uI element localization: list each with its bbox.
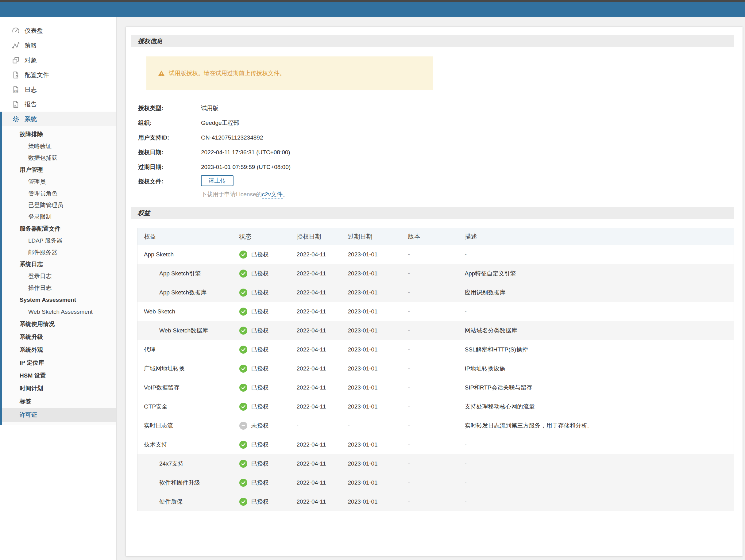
sidebar-subitem-13[interactable]: 操作日志: [2, 282, 116, 294]
status-cell: 已授权: [239, 283, 297, 302]
sidebar-subitem-7[interactable]: 登录限制: [2, 211, 116, 223]
entitlement-name: 代理: [137, 340, 239, 359]
sidebar-subitem-0: 故障排除: [2, 128, 116, 140]
check-circle-icon: [239, 327, 247, 335]
sidebar-item-label: 报告: [25, 100, 37, 109]
sidebar-item-system[interactable]: 系统: [2, 112, 116, 126]
table-row-13: 硬件质保已授权2022-04-112023-01-01--: [137, 492, 734, 511]
status-cell: 未授权: [239, 416, 297, 435]
license-field-0: 授权类型:试用版: [138, 101, 743, 116]
sidebar-subitem-8: 服务器配置文件: [2, 223, 116, 235]
field-label: 授权日期:: [138, 148, 201, 156]
entitlement-name: Web Sketch数据库: [137, 321, 239, 340]
status-label: 已授权: [251, 498, 269, 506]
check-circle-icon: [239, 365, 247, 373]
version: -: [408, 302, 465, 321]
sidebar-subitem-4[interactable]: 管理员: [2, 176, 116, 188]
c2v-helper-text: 下载用于申请License的c2v文件。: [201, 190, 288, 199]
policy-icon: [12, 41, 20, 50]
upload-license-button[interactable]: 请上传: [201, 175, 233, 186]
status-label: 已授权: [251, 365, 269, 373]
status-label: 未授权: [251, 422, 269, 430]
entitlement-name: App Sketch数据库: [137, 283, 239, 302]
status-cell: 已授权: [239, 245, 297, 264]
table-row-5: 代理已授权2022-04-112023-01-01-SSL解密和HTTP(S)操…: [137, 340, 734, 359]
entitlement-name: 软件和固件升级: [137, 473, 239, 492]
table-row-9: 实时日志流未授权---实时转发日志流到第三方服务，用于存储和分析。: [137, 416, 734, 435]
sidebar-subitem-2[interactable]: 数据包捕获: [2, 152, 116, 164]
table-row-11: 24x7支持已授权2022-04-112023-01-01--: [137, 454, 734, 473]
status-cell: 已授权: [239, 435, 297, 454]
exp-date: 2023-01-01: [348, 264, 408, 283]
sidebar-item-4[interactable]: LOG日志: [0, 82, 116, 97]
description: 应用识别数据库: [465, 283, 734, 302]
status-cell: 已授权: [239, 321, 297, 340]
entitlements-table: 权益状态授权日期过期日期版本描述 App Sketch已授权2022-04-11…: [137, 228, 734, 511]
column-header-2: 授权日期: [297, 228, 348, 245]
sidebar-subitem-22[interactable]: 标签: [2, 395, 116, 408]
status-cell: 已授权: [239, 492, 297, 511]
app-top-bar: [0, 2, 745, 17]
sidebar-subitem-18[interactable]: 系统外观: [2, 344, 116, 356]
sidebar-subitem-17[interactable]: 系统升级: [2, 330, 116, 344]
exp-date: 2023-01-01: [348, 492, 408, 511]
section-title: 权益: [138, 209, 150, 217]
sidebar-item-5[interactable]: 报告: [0, 97, 116, 112]
sidebar-subitem-21[interactable]: 时间计划: [2, 382, 116, 395]
status-label: 已授权: [251, 251, 269, 258]
version: -: [408, 283, 465, 302]
sidebar-subitem-1[interactable]: 策略验证: [2, 140, 116, 152]
status-cell: 已授权: [239, 340, 297, 359]
check-circle-icon: [239, 251, 247, 258]
version: -: [408, 416, 465, 435]
sidebar-subitem-6[interactable]: 已登陆管理员: [2, 199, 116, 211]
entitlement-name: 技术支持: [137, 435, 239, 454]
status-cell: 已授权: [239, 454, 297, 473]
description: -: [465, 473, 734, 492]
entitlement-name: 24x7支持: [137, 454, 239, 473]
sidebar-item-label: 系统: [25, 115, 37, 123]
description: App特征自定义引擎: [465, 264, 734, 283]
sidebar-subitem-23[interactable]: 许可证: [2, 408, 116, 422]
description: -: [465, 302, 734, 321]
check-circle-icon: [239, 441, 247, 449]
sidebar-subitem-19[interactable]: IP 定位库: [2, 356, 116, 369]
check-circle-icon: [239, 270, 247, 278]
description: -: [465, 435, 734, 454]
sidebar-subitem-9[interactable]: LDAP 服务器: [2, 235, 116, 247]
c2v-file-link[interactable]: c2v文件: [262, 191, 283, 199]
auth-date: 2022-04-11: [297, 359, 348, 378]
sidebar-subitem-20[interactable]: HSM 设置: [2, 369, 116, 382]
status-label: 已授权: [251, 308, 269, 316]
table-row-10: 技术支持已授权2022-04-112023-01-01--: [137, 435, 734, 454]
sidebar-item-2[interactable]: 对象: [0, 53, 116, 67]
check-circle-icon: [239, 498, 247, 506]
exp-date: 2023-01-01: [348, 397, 408, 416]
entitlement-name: App Sketch引擎: [137, 264, 239, 283]
auth-date: 2022-04-11: [297, 473, 348, 492]
column-header-1: 状态: [239, 228, 297, 245]
exp-date: 2023-01-01: [348, 378, 408, 397]
sidebar-item-3[interactable]: 配置文件: [0, 67, 116, 82]
sidebar-item-label: 对象: [25, 56, 37, 64]
sidebar-subitem-15[interactable]: Web Sketch Assessment: [2, 306, 116, 318]
sidebar-subitem-12[interactable]: 登录日志: [2, 271, 116, 282]
sidebar-subitem-5[interactable]: 管理员角色: [2, 188, 116, 199]
description: 网站域名分类数据库: [465, 321, 734, 340]
description: -: [465, 245, 734, 264]
gauge-icon: [12, 27, 20, 35]
license-info-section-header: 授权信息: [131, 35, 734, 47]
description: SSL解密和HTTP(S)操控: [465, 340, 734, 359]
exp-date: 2023-01-01: [348, 340, 408, 359]
exp-date: 2023-01-01: [348, 283, 408, 302]
sidebar-item-label: 日志: [25, 85, 37, 94]
main-area: 授权信息 试用版授权。请在试用过期前上传授权文件。 授权类型:试用版组织:Gee…: [117, 17, 745, 560]
column-header-5: 描述: [465, 228, 734, 245]
objects-icon: [12, 56, 20, 64]
sidebar-item-label: 策略: [25, 41, 37, 50]
sidebar-item-label: 仪表盘: [25, 27, 43, 35]
sidebar-item-1[interactable]: 策略: [0, 38, 116, 53]
sidebar-subitem-10[interactable]: 邮件服务器: [2, 247, 116, 258]
sidebar-subitem-16[interactable]: 系统使用情况: [2, 318, 116, 330]
sidebar-item-0[interactable]: 仪表盘: [0, 23, 116, 38]
